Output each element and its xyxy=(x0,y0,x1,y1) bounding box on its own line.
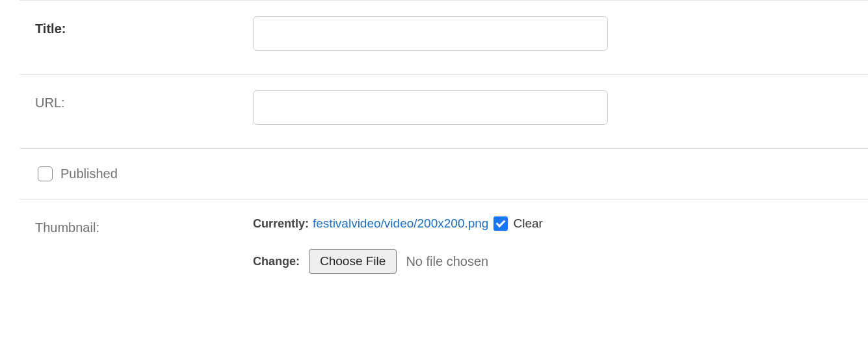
url-row: URL: xyxy=(20,74,868,148)
published-label: Published xyxy=(60,166,118,181)
thumbnail-change-line: Change: Choose File No file chosen xyxy=(253,249,868,274)
current-file-link[interactable]: festivalvideo/video/200x200.png xyxy=(313,216,488,231)
choose-file-button[interactable]: Choose File xyxy=(309,249,397,274)
change-label: Change: xyxy=(253,255,300,268)
title-row: Title: xyxy=(20,0,868,74)
published-checkbox[interactable] xyxy=(38,166,53,181)
url-label: URL: xyxy=(35,90,253,110)
url-input[interactable] xyxy=(253,90,608,125)
url-content xyxy=(253,90,868,133)
no-file-chosen-text: No file chosen xyxy=(406,254,488,269)
thumbnail-row: Thumbnail: Currently: festivalvideo/vide… xyxy=(20,199,868,289)
published-row: Published xyxy=(20,148,868,199)
thumbnail-currently-line: Currently: festivalvideo/video/200x200.p… xyxy=(253,216,868,231)
clear-checkbox[interactable] xyxy=(493,216,508,231)
thumbnail-content: Currently: festivalvideo/video/200x200.p… xyxy=(253,215,868,274)
title-label: Title: xyxy=(35,16,253,36)
thumbnail-label: Thumbnail: xyxy=(35,215,253,235)
title-input[interactable] xyxy=(253,16,608,51)
title-content xyxy=(253,16,868,58)
clear-label: Clear xyxy=(513,216,542,231)
currently-label: Currently: xyxy=(253,217,309,231)
